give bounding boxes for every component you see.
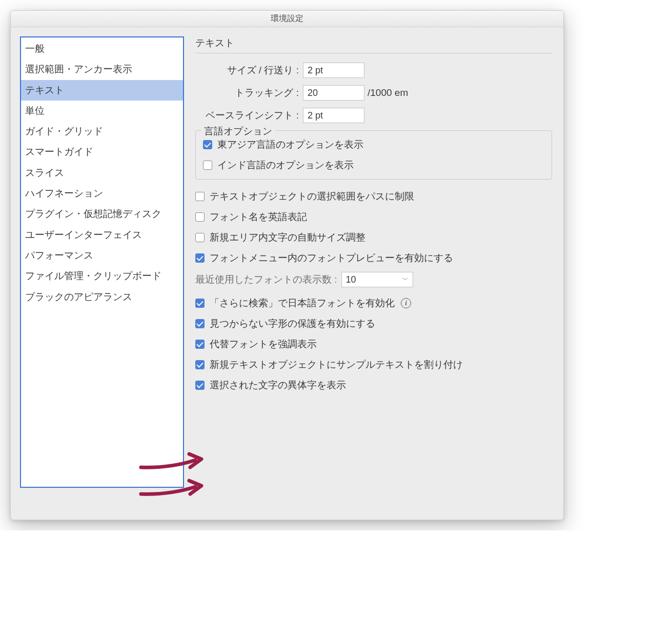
row-baseline-shift: ベースラインシフト : xyxy=(195,108,552,123)
label-recent-fonts: 最近使用したフォントの表示数 : xyxy=(195,273,337,286)
label-tracking: トラッキング : xyxy=(195,86,303,100)
sidebar-item-black-appearance[interactable]: ブラックのアピアランス xyxy=(21,287,183,307)
chevron-down-icon: ﹀ xyxy=(402,275,409,284)
sidebar-item-hyphenation[interactable]: ハイフネーション xyxy=(21,183,183,204)
window-title: 環境設定 xyxy=(271,13,303,24)
row-recent-fonts: 最近使用したフォントの表示数 : 10 ﹀ xyxy=(195,272,552,287)
sidebar-item-selection-anchor[interactable]: 選択範囲・アンカー表示 xyxy=(21,59,183,80)
sidebar-item-text[interactable]: テキスト xyxy=(21,80,183,101)
checkbox-highlight-sub[interactable] xyxy=(195,340,205,349)
sidebar-item-general[interactable]: 一般 xyxy=(21,38,183,59)
legend-language-options: 言語オプション xyxy=(201,125,275,138)
checkbox-restrict-selection[interactable] xyxy=(195,192,205,201)
sidebar-item-plugins-scratch[interactable]: プラグイン・仮想記憶ディスク xyxy=(21,204,183,224)
select-recent-fonts[interactable]: 10 ﹀ xyxy=(341,272,413,287)
row-tracking: トラッキング : /1000 em xyxy=(195,85,552,101)
category-sidebar: 一般 選択範囲・アンカー表示 テキスト 単位 ガイド・グリッド スマートガイド … xyxy=(20,36,184,488)
label-size-leading: サイズ / 行送り : xyxy=(195,64,303,77)
select-recent-fonts-value: 10 xyxy=(346,274,356,285)
row-indic: インド言語のオプションを表示 xyxy=(203,159,544,172)
checkbox-find-more-jp[interactable] xyxy=(195,299,205,308)
checkbox-font-preview[interactable] xyxy=(195,253,205,263)
label-east-asian: 東アジア言語のオプションを表示 xyxy=(217,138,363,151)
section-title: テキスト xyxy=(195,36,552,53)
label-show-variants: 選択された文字の異体字を表示 xyxy=(210,379,346,392)
suffix-tracking: /1000 em xyxy=(368,87,408,98)
input-size-leading[interactable] xyxy=(303,63,364,78)
checkbox-indic[interactable] xyxy=(203,161,212,170)
content-area: 一般 選択範囲・アンカー表示 テキスト 単位 ガイド・グリッド スマートガイド … xyxy=(11,27,563,520)
row-east-asian: 東アジア言語のオプションを表示 xyxy=(203,138,544,151)
label-auto-size-area: 新規エリア内文字の自動サイズ調整 xyxy=(210,231,365,244)
label-restrict-selection: テキストオブジェクトの選択範囲をパスに制限 xyxy=(210,190,414,203)
checkbox-auto-size-area[interactable] xyxy=(195,233,205,242)
label-indic: インド言語のオプションを表示 xyxy=(217,159,354,172)
info-icon[interactable]: i xyxy=(401,298,411,308)
checkbox-english-font-names[interactable] xyxy=(195,212,205,222)
row-fill-sample: 新規テキストオブジェクトにサンプルテキストを割り付け xyxy=(195,358,552,371)
sidebar-item-performance[interactable]: パフォーマンス xyxy=(21,245,183,266)
label-english-font-names: フォント名を英語表記 xyxy=(210,210,307,224)
checkbox-east-asian[interactable] xyxy=(203,140,212,149)
label-missing-glyph: 見つからない字形の保護を有効にする xyxy=(210,317,375,330)
label-baseline-shift: ベースラインシフト : xyxy=(195,109,303,122)
label-fill-sample: 新規テキストオブジェクトにサンプルテキストを割り付け xyxy=(210,358,463,371)
input-tracking[interactable] xyxy=(303,85,364,101)
checkbox-fill-sample[interactable] xyxy=(195,360,205,369)
fieldset-language-options: 言語オプション 東アジア言語のオプションを表示 インド言語のオプションを表示 xyxy=(195,130,552,180)
sidebar-item-smart-guides[interactable]: スマートガイド xyxy=(21,142,183,162)
preferences-window: 環境設定 一般 選択範囲・アンカー表示 テキスト 単位 ガイド・グリッド スマー… xyxy=(10,10,564,520)
window-titlebar: 環境設定 xyxy=(11,11,563,27)
checkbox-show-variants[interactable] xyxy=(195,381,205,390)
sidebar-item-file-clipboard[interactable]: ファイル管理・クリップボード xyxy=(21,266,183,286)
settings-panel: テキスト サイズ / 行送り : トラッキング : /1000 em ベースライ… xyxy=(193,36,554,510)
label-highlight-sub: 代替フォントを強調表示 xyxy=(210,338,317,351)
row-missing-glyph: 見つからない字形の保護を有効にする xyxy=(195,317,552,330)
row-show-variants: 選択された文字の異体字を表示 xyxy=(195,379,552,392)
checkbox-missing-glyph[interactable] xyxy=(195,319,205,328)
label-font-preview: フォントメニュー内のフォントプレビューを有効にする xyxy=(210,251,453,265)
sidebar-item-ui[interactable]: ユーザーインターフェイス xyxy=(21,225,183,245)
row-find-more-jp: 「さらに検索」で日本語フォントを有効化 i xyxy=(195,296,552,310)
sidebar-item-guides-grid[interactable]: ガイド・グリッド xyxy=(21,121,183,142)
label-find-more-jp: 「さらに検索」で日本語フォントを有効化 xyxy=(210,296,395,310)
sidebar-item-slices[interactable]: スライス xyxy=(21,163,183,183)
row-highlight-sub: 代替フォントを強調表示 xyxy=(195,338,552,351)
row-english-font-names: フォント名を英語表記 xyxy=(195,210,552,224)
row-size-leading: サイズ / 行送り : xyxy=(195,63,552,78)
row-auto-size-area: 新規エリア内文字の自動サイズ調整 xyxy=(195,231,552,244)
row-font-preview: フォントメニュー内のフォントプレビューを有効にする xyxy=(195,251,552,265)
row-restrict-selection: テキストオブジェクトの選択範囲をパスに制限 xyxy=(195,190,552,203)
input-baseline-shift[interactable] xyxy=(303,108,364,123)
sidebar-item-units[interactable]: 単位 xyxy=(21,101,183,121)
